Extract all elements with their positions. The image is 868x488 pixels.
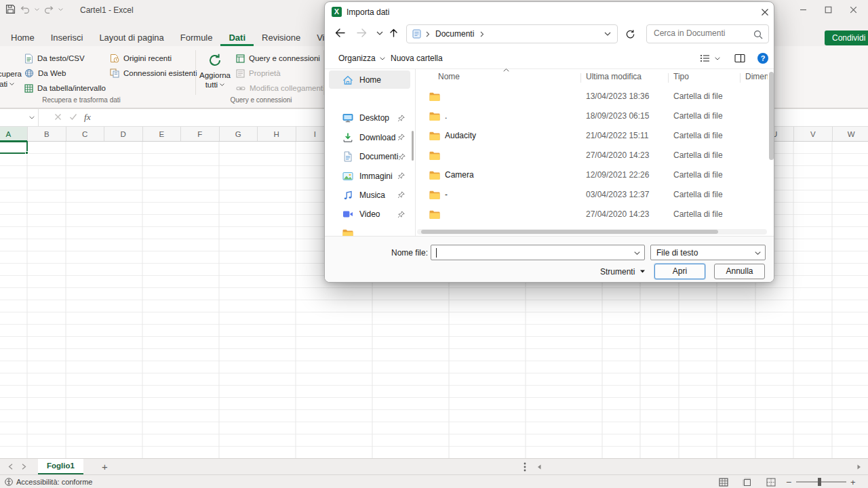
column-header-V[interactable]: V <box>794 127 833 142</box>
tools-button[interactable]: Strumenti <box>600 264 645 279</box>
minimize-icon[interactable] <box>800 6 807 14</box>
maximize-icon[interactable] <box>825 6 832 14</box>
from-table-button[interactable]: Da tabella/intervallo <box>24 81 106 95</box>
file-row[interactable]: Camera12/09/2021 22:26Cartella di file <box>416 165 768 185</box>
breadcrumb-segment[interactable]: Documenti <box>435 29 474 39</box>
search-input[interactable] <box>654 28 749 38</box>
sidebar-item-video[interactable]: Video <box>329 205 410 224</box>
filename-input[interactable] <box>435 247 632 257</box>
column-header-tipo[interactable]: Tipo <box>673 72 689 81</box>
ribbon-tab-home[interactable]: Home <box>3 30 43 46</box>
column-header-ultima-modifica[interactable]: Ultima modifica <box>586 72 642 81</box>
file-row[interactable]: 13/04/2023 18:36Cartella di file <box>416 87 768 106</box>
ribbon-tab-formule[interactable]: Formule <box>172 30 221 46</box>
insert-function-icon[interactable]: fx <box>84 112 91 123</box>
search-box[interactable] <box>646 24 769 43</box>
undo-icon[interactable] <box>20 5 30 14</box>
name-box[interactable] <box>0 109 39 127</box>
filename-combobox[interactable] <box>431 245 645 260</box>
ribbon-tab-dati[interactable]: Dati <box>220 30 254 46</box>
refresh-icon[interactable] <box>625 29 635 39</box>
close-window-icon[interactable] <box>850 6 857 14</box>
list-horizontal-scrollbar[interactable] <box>417 229 767 235</box>
view-normal-icon[interactable] <box>719 475 728 488</box>
from-text-csv-button[interactable]: Da testo/CSV <box>24 52 85 65</box>
dialog-sidebar: HomeDesktopDownloadDocumentiImmaginiMusi… <box>325 2 414 236</box>
chevron-down-icon <box>755 251 761 255</box>
zoom-in-button[interactable]: + <box>850 475 856 488</box>
sidebar-item-desktop[interactable]: Desktop <box>329 109 410 127</box>
view-page-break-icon[interactable] <box>766 475 776 488</box>
preview-pane-button[interactable] <box>734 50 745 66</box>
redo-icon[interactable] <box>44 5 54 14</box>
hscroll-left-icon[interactable] <box>537 464 541 470</box>
column-header-H[interactable]: H <box>258 127 296 142</box>
hscroll-right-icon[interactable] <box>857 464 861 470</box>
column-header-C[interactable]: C <box>66 127 105 142</box>
file-row[interactable]: -03/04/2023 12:37Cartella di file <box>416 185 768 205</box>
breadcrumb-chevron-icon[interactable] <box>480 31 484 37</box>
address-bar[interactable]: Documenti <box>406 24 618 43</box>
sheet-nav-right-icon[interactable] <box>22 464 26 470</box>
column-header-A[interactable]: A <box>0 127 28 142</box>
accessibility-status[interactable]: Accessibilità: conforme <box>16 478 93 486</box>
column-header-W[interactable]: W <box>833 127 868 142</box>
view-options-button[interactable] <box>700 50 720 66</box>
file-row[interactable]: .18/09/2023 06:15Cartella di file <box>416 106 768 126</box>
help-button[interactable]: ? <box>757 50 768 66</box>
sidebar-item-documenti[interactable]: Documenti <box>329 148 410 166</box>
sidebar-item-unnamed[interactable] <box>329 89 410 108</box>
chevron-down-icon[interactable] <box>634 251 640 255</box>
list-vertical-scrollbar-thumb[interactable] <box>769 72 774 160</box>
share-button[interactable]: Condividi <box>825 30 868 45</box>
address-dropdown-icon[interactable] <box>604 32 611 36</box>
cancel-button[interactable]: Annulla <box>714 264 765 279</box>
column-header-E[interactable]: E <box>143 127 182 142</box>
filetype-select[interactable]: File di testo <box>650 245 766 260</box>
open-button[interactable]: Apri <box>654 264 705 279</box>
edit-links-button[interactable]: Modifica collegamenti <box>236 81 325 95</box>
add-sheet-button[interactable]: + <box>102 461 108 472</box>
view-page-layout-icon[interactable] <box>743 475 752 488</box>
zoom-out-button[interactable]: − <box>786 475 791 488</box>
file-row[interactable]: 27/04/2020 14:23Cartella di file <box>416 146 768 165</box>
recent-sources-button[interactable]: Origini recenti <box>110 52 172 65</box>
horizontal-scrollbar[interactable] <box>547 459 868 475</box>
save-icon[interactable] <box>5 4 16 14</box>
ribbon-tab-inserisci[interactable]: Inserisci <box>43 30 92 46</box>
undo-dropdown-icon[interactable] <box>35 8 39 11</box>
ribbon-tab-layout-di-pagina[interactable]: Layout di pagina <box>91 30 172 46</box>
fill-handle[interactable] <box>25 151 28 155</box>
column-header-dimensione[interactable]: Dimensione <box>745 72 768 81</box>
zoom-slider-thumb[interactable] <box>818 478 821 486</box>
column-header-G[interactable]: G <box>220 127 258 142</box>
column-header-D[interactable]: D <box>104 127 143 142</box>
from-web-button[interactable]: Da Web <box>24 66 66 80</box>
file-row[interactable]: 27/04/2020 14:23Cartella di file <box>416 205 768 224</box>
properties-button[interactable]: Proprietà <box>236 66 281 80</box>
sidebar-item-immagini[interactable]: Immagini <box>329 167 410 185</box>
name-box-dropdown-icon[interactable] <box>29 116 35 119</box>
dialog-close-button[interactable] <box>755 2 774 22</box>
file-row[interactable]: Audacity21/04/2022 15:11Cartella di file <box>416 126 768 146</box>
list-horizontal-scrollbar-thumb[interactable] <box>421 230 718 234</box>
column-header-nome[interactable]: Nome <box>438 72 460 81</box>
sidebar-item-home[interactable]: Home <box>329 70 410 89</box>
confirm-entry-icon[interactable] <box>69 113 77 121</box>
existing-connections-button[interactable]: Connessioni esistenti <box>110 66 197 80</box>
sidebar-scrollbar-thumb[interactable] <box>412 131 414 161</box>
cancel-entry-icon[interactable] <box>54 113 62 121</box>
sheet-tab-foglio1[interactable]: Foglio1 <box>38 459 83 474</box>
sidebar-item-musica[interactable]: Musica <box>329 186 410 204</box>
window-controls <box>800 0 864 19</box>
queries-connections-button[interactable]: Query e connessioni <box>236 52 320 65</box>
sidebar-item-download[interactable]: Download <box>329 128 410 146</box>
zoom-slider[interactable] <box>796 481 846 483</box>
selected-cell-a1[interactable] <box>0 141 28 154</box>
sheet-nav-left-icon[interactable] <box>8 464 13 470</box>
column-header-F[interactable]: F <box>181 127 220 142</box>
redo-dropdown-icon[interactable] <box>58 8 63 11</box>
sheet-more-icon[interactable] <box>524 462 526 472</box>
ribbon-tab-revisione[interactable]: Revisione <box>254 30 309 46</box>
column-header-B[interactable]: B <box>28 127 66 142</box>
